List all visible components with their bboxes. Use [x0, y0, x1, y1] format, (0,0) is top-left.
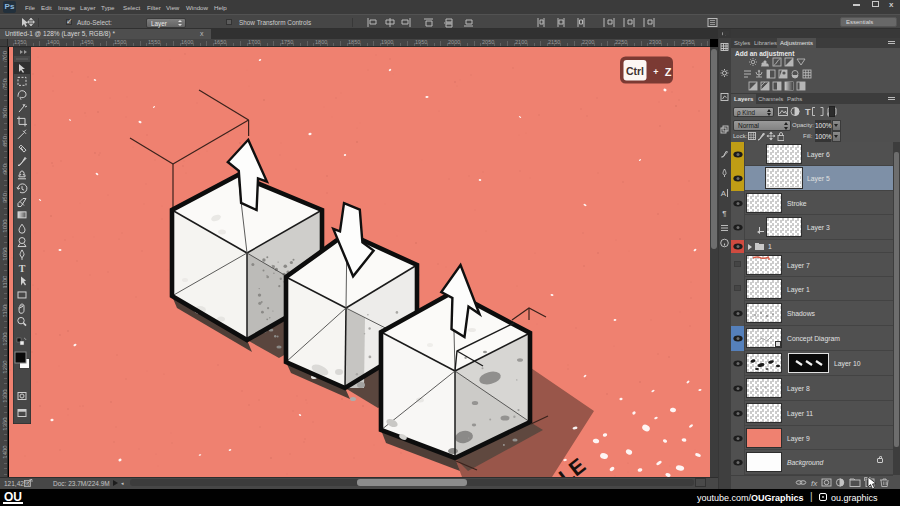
svg-text:Z: Z — [665, 66, 672, 78]
svg-text:T: T — [19, 263, 26, 274]
svg-text:T: T — [805, 107, 811, 117]
svg-text:Ctrl: Ctrl — [626, 65, 644, 77]
svg-text:+: + — [653, 67, 658, 77]
svg-text:fx: fx — [811, 479, 818, 488]
